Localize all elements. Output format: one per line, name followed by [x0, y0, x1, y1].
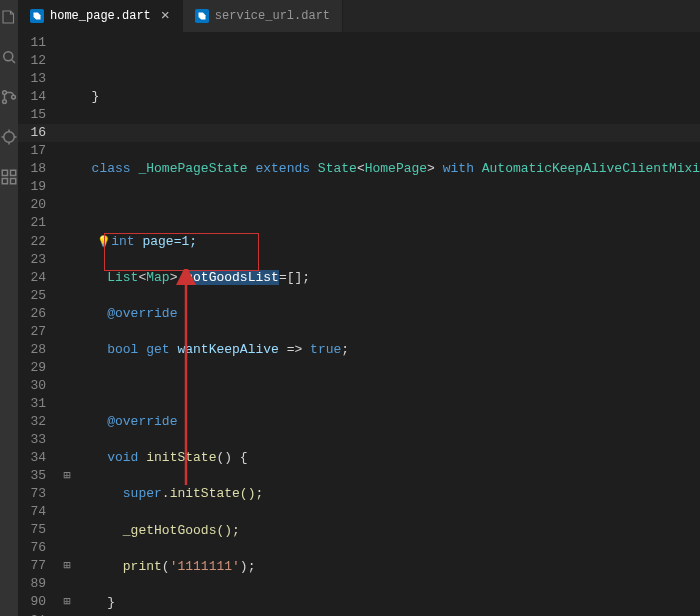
editor[interactable]: 1112131415161718192021222324252627282930…	[18, 32, 700, 616]
line-number: 14	[18, 88, 46, 106]
fold-column: ⊞⊞⊞⊞	[58, 34, 76, 616]
line-number: 73	[18, 485, 46, 503]
svg-point-1	[3, 91, 7, 95]
close-icon[interactable]: ×	[161, 8, 170, 25]
line-number: 89	[18, 575, 46, 593]
fold-spacer	[58, 70, 76, 88]
line-number: 91	[18, 612, 46, 617]
line-number: 11	[18, 34, 46, 52]
line-number: 23	[18, 251, 46, 269]
selected-text: hotGoodsList	[185, 270, 279, 285]
fold-spacer	[58, 612, 76, 617]
tab-home-page[interactable]: home_page.dart ×	[18, 0, 183, 32]
svg-point-3	[12, 95, 16, 99]
svg-point-4	[4, 132, 15, 143]
svg-rect-8	[11, 179, 16, 184]
line-number: 25	[18, 287, 46, 305]
fold-spacer	[58, 88, 76, 106]
gutter: 1112131415161718192021222324252627282930…	[18, 32, 58, 616]
svg-rect-5	[2, 170, 7, 175]
fold-spacer	[58, 485, 76, 503]
fold-spacer	[58, 52, 76, 70]
main-area: home_page.dart × service_url.dart 111213…	[18, 0, 700, 616]
code-content[interactable]: } class _HomePageState extends State<Hom…	[76, 32, 700, 616]
activity-bar	[0, 0, 18, 616]
svg-point-2	[3, 100, 7, 104]
fold-spacer	[58, 449, 76, 467]
fold-spacer	[58, 341, 76, 359]
fold-spacer	[58, 178, 76, 196]
fold-expand-icon[interactable]: ⊞	[58, 593, 76, 611]
dart-file-icon	[195, 9, 209, 23]
svg-rect-6	[11, 170, 16, 175]
fold-spacer	[58, 269, 76, 287]
line-number: 15	[18, 106, 46, 124]
line-numbers: 1112131415161718192021222324252627282930…	[18, 34, 58, 616]
line-number: 74	[18, 503, 46, 521]
fold-spacer	[58, 106, 76, 124]
fold-spacer	[58, 34, 76, 52]
line-number: 20	[18, 196, 46, 214]
fold-spacer	[58, 395, 76, 413]
line-number: 28	[18, 341, 46, 359]
source-control-icon[interactable]	[0, 88, 18, 106]
fold-spacer	[58, 359, 76, 377]
debug-icon[interactable]	[0, 128, 18, 146]
fold-spacer	[58, 142, 76, 160]
fold-spacer	[58, 575, 76, 593]
line-number: 75	[18, 521, 46, 539]
fold-spacer	[58, 287, 76, 305]
fold-spacer	[58, 233, 76, 251]
fold-spacer	[58, 521, 76, 539]
fold-spacer	[58, 160, 76, 178]
line-number: 16	[18, 124, 46, 142]
search-icon[interactable]	[0, 48, 18, 66]
line-number: 17	[18, 142, 46, 160]
line-number: 27	[18, 323, 46, 341]
fold-spacer	[58, 431, 76, 449]
fold-spacer	[58, 124, 76, 142]
line-number: 33	[18, 431, 46, 449]
fold-expand-icon[interactable]: ⊞	[58, 467, 76, 485]
line-number: 24	[18, 269, 46, 287]
fold-spacer	[58, 251, 76, 269]
fold-spacer	[58, 196, 76, 214]
fold-expand-icon[interactable]: ⊞	[58, 557, 76, 575]
fold-spacer	[58, 413, 76, 431]
line-number: 26	[18, 305, 46, 323]
fold-spacer	[58, 305, 76, 323]
line-number: 29	[18, 359, 46, 377]
tab-label: service_url.dart	[215, 9, 330, 23]
line-number: 30	[18, 377, 46, 395]
line-number: 12	[18, 52, 46, 70]
line-number: 90	[18, 593, 46, 611]
lightbulb-icon[interactable]: 💡	[97, 236, 111, 248]
line-number: 34	[18, 449, 46, 467]
fold-spacer	[58, 323, 76, 341]
line-number: 77	[18, 557, 46, 575]
line-number: 22	[18, 233, 46, 251]
svg-rect-7	[2, 179, 7, 184]
fold-spacer	[58, 214, 76, 232]
tab-bar: home_page.dart × service_url.dart	[18, 0, 700, 32]
line-number: 35	[18, 467, 46, 485]
line-number: 21	[18, 214, 46, 232]
svg-point-0	[4, 52, 13, 61]
dart-file-icon	[30, 9, 44, 23]
tab-label: home_page.dart	[50, 9, 151, 23]
line-number: 19	[18, 178, 46, 196]
files-icon[interactable]	[0, 8, 18, 26]
line-number: 31	[18, 395, 46, 413]
tab-service-url[interactable]: service_url.dart	[183, 0, 343, 32]
line-number: 32	[18, 413, 46, 431]
fold-spacer	[58, 539, 76, 557]
fold-spacer	[58, 377, 76, 395]
line-number: 18	[18, 160, 46, 178]
line-number: 13	[18, 70, 46, 88]
extensions-icon[interactable]	[0, 168, 18, 186]
fold-spacer	[58, 503, 76, 521]
line-number: 76	[18, 539, 46, 557]
